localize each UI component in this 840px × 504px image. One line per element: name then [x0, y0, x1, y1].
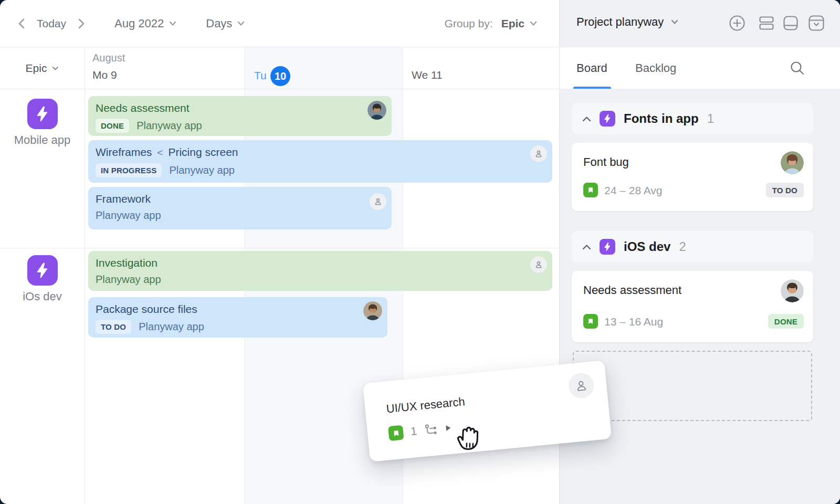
epic-row-ios-dev[interactable]: iOs dev — [0, 255, 85, 303]
assignee-placeholder-icon[interactable] — [530, 145, 547, 162]
panel-header: Project planyway — [560, 0, 840, 47]
collapse-panel-icon[interactable] — [808, 15, 825, 34]
event-title-main: Wireframes — [96, 146, 152, 158]
board-card-needs-assessment[interactable]: Needs assessment 13 – 16 Aug DONE — [572, 271, 813, 342]
epic-group-selector-label: Epic — [26, 62, 47, 75]
epic-lightning-icon — [600, 239, 615, 255]
card-dates: 24 – 28 Avg — [604, 184, 663, 197]
assignee-placeholder-icon[interactable] — [568, 372, 595, 399]
event-project-label: Planyway app — [96, 209, 161, 222]
chevron-down-icon — [671, 19, 678, 25]
grab-hand-cursor — [452, 423, 484, 458]
epic-lightning-icon — [27, 99, 58, 129]
group-by-value: Epic — [501, 17, 524, 30]
app-window: Today Aug 2022 Days Group by: Epic Epic … — [0, 0, 840, 504]
card-count: 1 — [410, 424, 418, 438]
event-title: Package source files — [96, 302, 380, 317]
expand-arrow-icon[interactable] — [445, 424, 452, 432]
today-button[interactable]: Today — [37, 17, 66, 30]
event-project-label: Planyway app — [136, 120, 202, 132]
event-title: Wireframes<Pricing screen — [96, 145, 545, 160]
chevron-down-icon — [52, 66, 59, 71]
card-title: UI/UX research — [386, 395, 466, 416]
assignee-placeholder-icon[interactable] — [530, 256, 547, 273]
panel-bottom-view-icon[interactable] — [783, 15, 799, 33]
board-group-count: 2 — [679, 239, 686, 254]
month-selector[interactable]: Aug 2022 — [114, 17, 176, 30]
add-card-button[interactable] — [729, 15, 746, 34]
event-project-label: Planyway app — [96, 274, 161, 286]
board-group-ios-dev[interactable]: iOS dev 2 — [572, 231, 813, 262]
calendar-header: Epic August Mo 9 Tu 10 We 11 — [0, 47, 559, 89]
link-separator-icon: < — [157, 147, 163, 158]
board-group-count: 1 — [707, 111, 714, 126]
epic-row-label: Mobile app — [0, 133, 85, 147]
project-selector[interactable]: Project planyway — [576, 15, 678, 29]
event-title: Framework — [96, 192, 384, 206]
active-tab-underline — [573, 87, 611, 89]
group-by-selector[interactable]: Group by: Epic — [444, 17, 537, 30]
assignee-placeholder-icon[interactable] — [370, 193, 386, 210]
view-scale-selector[interactable]: Days — [206, 17, 245, 30]
next-arrow-icon[interactable] — [76, 16, 87, 32]
event-project-label: Planyway app — [169, 164, 235, 176]
card-status-badge: TO DO — [766, 183, 804, 197]
epic-lightning-icon — [600, 111, 615, 127]
event-title-linked: Pricing screen — [168, 146, 238, 158]
bookmark-icon — [583, 314, 598, 329]
chevron-up-icon[interactable] — [582, 244, 591, 250]
day-label-we11[interactable]: We 11 — [412, 69, 443, 81]
chevron-down-icon — [237, 21, 245, 26]
epic-row-label: iOs dev — [0, 290, 85, 303]
epic-group-selector[interactable]: Epic — [0, 62, 85, 75]
day-label-tu[interactable]: Tu — [254, 69, 267, 82]
board-group-title: Fonts in app — [624, 111, 699, 126]
event-framework[interactable]: Framework Planyway app — [88, 187, 392, 229]
card-title: Needs assessment — [583, 284, 681, 297]
board-group-fonts-in-app[interactable]: Fonts in app 1 — [572, 103, 813, 134]
group-by-label: Group by: — [444, 17, 492, 30]
panel-tabs: Board Backlog — [560, 47, 840, 89]
day-label-mo9[interactable]: Mo 9 — [92, 69, 117, 81]
event-status-badge: DONE — [96, 119, 129, 133]
event-project-label: Planyway app — [139, 321, 204, 333]
split-rows-view-icon[interactable] — [759, 16, 774, 33]
view-scale-label: Days — [206, 17, 232, 30]
chevron-down-icon — [530, 21, 537, 26]
epic-lightning-icon — [27, 255, 58, 286]
epic-row-mobile-app[interactable]: Mobile app — [0, 99, 85, 147]
board-card-font-bug[interactable]: Font bug 24 – 28 Avg TO DO — [572, 143, 813, 211]
tab-board[interactable]: Board — [576, 61, 607, 75]
card-status-badge: DONE — [768, 314, 804, 329]
avatar — [781, 151, 804, 174]
project-title: Project planyway — [576, 15, 664, 29]
bookmark-icon — [583, 183, 598, 197]
chevron-up-icon[interactable] — [582, 116, 591, 122]
card-dates: 13 – 16 Aug — [604, 316, 663, 328]
event-investigation[interactable]: Investigation Planyway app — [88, 251, 552, 291]
calendar-toolbar: Today Aug 2022 Days Group by: Epic — [0, 0, 559, 47]
bookmark-icon — [388, 425, 404, 442]
today-date-badge[interactable]: 10 — [270, 66, 290, 86]
event-title: Investigation — [96, 256, 545, 270]
avatar — [363, 301, 382, 320]
event-status-badge: IN PROGRESS — [96, 163, 162, 177]
subtasks-branch-icon — [424, 423, 438, 436]
avatar — [368, 101, 386, 120]
month-selector-label: Aug 2022 — [114, 17, 164, 30]
card-title: Font bug — [583, 155, 629, 169]
search-icon[interactable] — [789, 60, 806, 79]
epic-column-divider — [85, 47, 85, 504]
event-package-source-files[interactable]: Package source files TO DO Planyway app — [88, 297, 387, 338]
chevron-down-icon — [169, 21, 176, 26]
event-needs-assessment[interactable]: Needs assessment DONE Planyway app — [88, 96, 392, 136]
month-label: August — [92, 52, 125, 64]
row-divider — [0, 248, 559, 248]
avatar — [781, 279, 804, 302]
event-wireframes[interactable]: Wireframes<Pricing screen IN PROGRESS Pl… — [88, 140, 552, 183]
event-title: Needs assessment — [96, 101, 384, 116]
tab-backlog[interactable]: Backlog — [635, 61, 676, 75]
event-status-badge: TO DO — [96, 320, 131, 334]
prev-arrow-icon[interactable] — [16, 16, 27, 32]
board-group-title: iOS dev — [624, 239, 670, 254]
